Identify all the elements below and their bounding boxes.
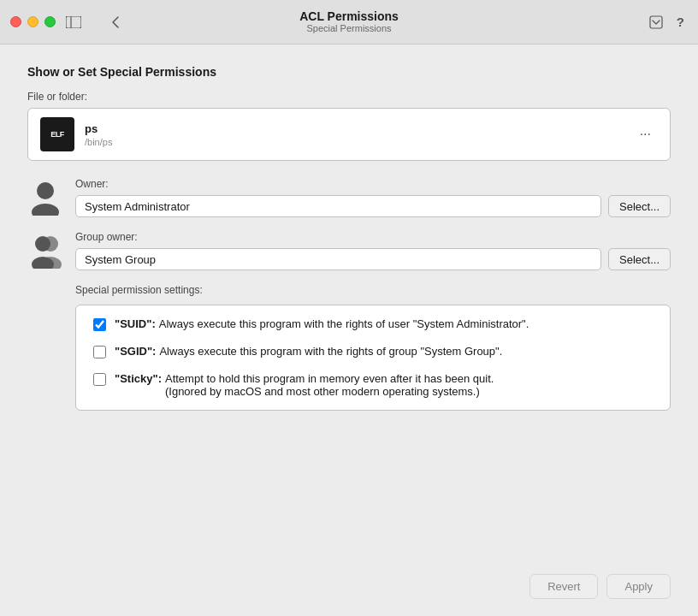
group-owner-field-group: Group owner: Select... [75,231,671,270]
file-label: File or folder: [27,91,671,103]
section-title: Show or Set Special Permissions [27,65,671,79]
special-permissions-section: Special permission settings: "SUID": Alw… [27,284,671,411]
window-title-area: ACL Permissions Special Permissions [299,9,399,35]
svg-rect-2 [650,16,662,28]
svg-point-7 [35,236,50,252]
sidebar-toggle[interactable] [66,16,81,28]
sgid-desc: Always execute this program with the rig… [159,345,502,358]
minimize-button[interactable] [27,16,38,27]
group-owner-select-button[interactable]: Select... [608,248,671,270]
svg-point-4 [32,204,59,216]
file-item: ELF ps /bin/ps ··· [27,108,671,161]
owner-avatar [27,180,63,216]
group-owner-row: Group owner: Select... [27,231,671,270]
revert-button[interactable]: Revert [529,574,598,599]
suid-desc: Always execute this program with the rig… [159,317,529,330]
sgid-label[interactable]: "SGID": Always execute this program with… [115,345,502,358]
group-owner-avatar [27,233,63,269]
bottom-bar: Revert Apply [0,564,698,616]
titlebar: ACL Permissions Special Permissions ? [0,0,698,44]
apply-button[interactable]: Apply [606,574,671,599]
perm-row-suid: "SUID": Always execute this program with… [93,317,653,331]
file-name: ps [85,122,633,135]
file-path: /bin/ps [85,137,633,147]
svg-rect-0 [66,16,81,28]
group-owner-field-wrapper: Select... [75,248,671,270]
owner-select-button[interactable]: Select... [608,195,671,217]
file-info: ps /bin/ps [85,122,633,147]
sticky-key: "Sticky": [115,372,162,385]
window-subtitle: Special Permissions [299,23,399,34]
back-button[interactable] [111,15,120,29]
close-button[interactable] [10,16,21,27]
group-owner-input[interactable] [75,248,601,270]
suid-label[interactable]: "SUID": Always execute this program with… [115,317,529,330]
main-content: Show or Set Special Permissions File or … [0,44,698,564]
sticky-checkbox[interactable] [93,373,106,386]
perm-row-sgid: "SGID": Always execute this program with… [93,345,653,358]
svg-point-3 [37,182,54,199]
maximize-button[interactable] [44,16,56,27]
owner-label: Owner: [75,178,671,190]
file-icon: ELF [40,117,74,151]
sgid-checkbox[interactable] [93,346,106,358]
help-button[interactable]: ? [673,11,688,33]
file-more-button[interactable]: ··· [633,123,658,145]
suid-checkbox[interactable] [93,318,106,331]
sp-label: Special permission settings: [75,284,671,296]
suid-key: "SUID": [115,317,156,330]
owner-field-group: Owner: Select... [75,178,671,217]
titlebar-actions: ? [646,11,688,33]
window-title: ACL Permissions [299,9,399,24]
owner-row: Owner: Select... [27,178,671,217]
group-owner-label: Group owner: [75,231,671,243]
traffic-lights [10,16,56,27]
sgid-key: "SGID": [115,345,156,358]
sticky-label[interactable]: "Sticky": Attempt to hold this program i… [115,372,494,398]
owner-input[interactable] [75,195,601,217]
sticky-desc: Attempt to hold this program in memory e… [165,372,494,398]
perm-row-sticky: "Sticky": Attempt to hold this program i… [93,372,653,398]
collapse-button[interactable] [646,12,666,33]
owner-field-wrapper: Select... [75,195,671,217]
permissions-box: "SUID": Always execute this program with… [75,305,671,411]
